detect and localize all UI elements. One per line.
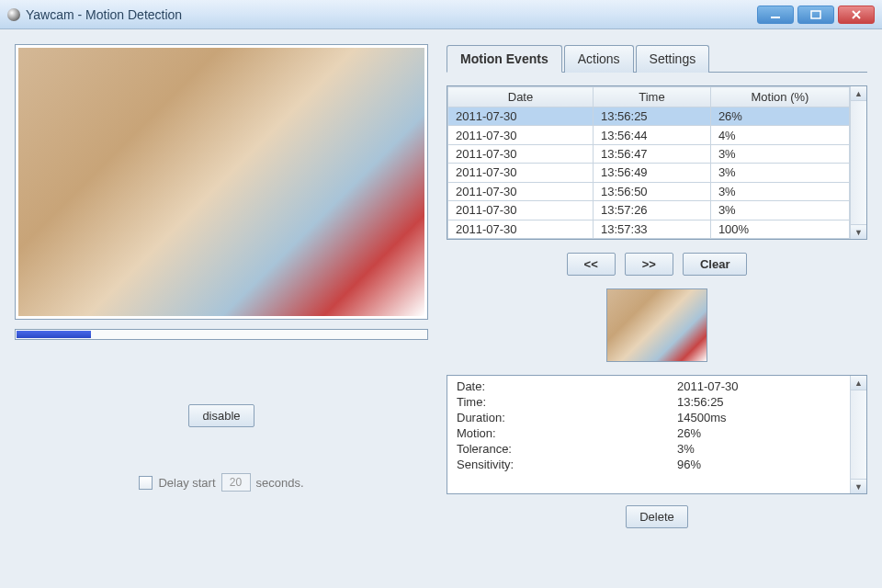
scroll-track[interactable] — [851, 101, 866, 224]
table-cell: 13:57:33 — [593, 220, 710, 238]
tab-settings[interactable]: Settings — [636, 45, 710, 73]
detail-label-tolerance: Tolerance: — [457, 442, 677, 456]
minimize-button[interactable] — [757, 6, 794, 24]
table-cell: 13:56:49 — [593, 164, 710, 182]
delay-start-row: Delay start seconds. — [139, 473, 303, 492]
table-cell: 3% — [710, 201, 849, 220]
detail-label-time: Time: — [457, 395, 677, 409]
table-scrollbar[interactable]: ▲ ▼ — [850, 86, 866, 239]
motion-progress-fill — [17, 331, 91, 338]
detail-value-date: 2011-07-30 — [677, 379, 739, 393]
table-row[interactable]: 2011-07-3013:56:2526% — [448, 107, 850, 126]
detail-label-motion: Motion: — [457, 426, 677, 440]
table-cell: 2011-07-30 — [448, 182, 594, 200]
table-cell: 2011-07-30 — [448, 164, 594, 182]
events-table-wrap: Date Time Motion (%) 2011-07-3013:56:252… — [447, 85, 867, 240]
table-cell: 3% — [710, 164, 849, 182]
table-cell: 13:56:25 — [593, 107, 710, 126]
window-title: Yawcam - Motion Detection — [26, 7, 757, 22]
detail-label-date: Date: — [457, 379, 677, 393]
events-table[interactable]: Date Time Motion (%) 2011-07-3013:56:252… — [447, 86, 850, 239]
close-button[interactable] — [838, 6, 875, 24]
event-thumbnail — [606, 288, 707, 362]
clear-button[interactable]: Clear — [683, 253, 748, 276]
details-panel: Date:2011-07-30 Time:13:56:25 Duration:1… — [447, 375, 867, 494]
table-row[interactable]: 2011-07-3013:56:473% — [448, 144, 850, 163]
disable-button[interactable]: disable — [188, 404, 254, 427]
table-row[interactable]: 2011-07-3013:57:33100% — [448, 220, 850, 238]
prev-button[interactable]: << — [567, 253, 616, 276]
col-header-date[interactable]: Date — [448, 87, 594, 107]
detail-value-motion: 26% — [677, 426, 701, 440]
table-cell: 13:57:26 — [593, 201, 710, 220]
details-scrollbar[interactable]: ▲ ▼ — [850, 376, 866, 493]
col-header-motion[interactable]: Motion (%) — [710, 87, 849, 107]
titlebar: Yawcam - Motion Detection — [0, 0, 882, 29]
motion-progress-bar — [15, 329, 428, 340]
scroll-down-icon[interactable]: ▼ — [851, 224, 866, 239]
tab-bar: Motion Events Actions Settings — [447, 44, 867, 73]
table-cell: 13:56:47 — [593, 144, 710, 163]
table-row[interactable]: 2011-07-3013:57:263% — [448, 201, 850, 220]
content-area: disable Delay start seconds. Motion Even… — [0, 29, 882, 588]
delay-prefix-label: Delay start — [158, 476, 215, 490]
table-row[interactable]: 2011-07-3013:56:444% — [448, 126, 850, 144]
table-cell: 100% — [710, 220, 849, 238]
table-cell: 13:56:44 — [593, 126, 710, 144]
maximize-button[interactable] — [797, 6, 834, 24]
table-row[interactable]: 2011-07-3013:56:493% — [448, 164, 850, 182]
detail-label-sensitivity: Sensitivity: — [457, 458, 677, 471]
next-button[interactable]: >> — [625, 253, 673, 276]
table-cell: 3% — [710, 182, 849, 200]
table-cell: 13:56:50 — [593, 182, 710, 200]
left-panel: disable Delay start seconds. — [15, 44, 428, 573]
scroll-down-icon[interactable]: ▼ — [851, 479, 866, 493]
table-cell: 2011-07-30 — [448, 144, 594, 163]
delay-seconds-input[interactable] — [221, 473, 251, 492]
detail-value-sensitivity: 96% — [677, 458, 701, 471]
col-header-time[interactable]: Time — [593, 87, 710, 107]
table-cell: 2011-07-30 — [448, 126, 594, 144]
table-cell: 26% — [710, 107, 849, 126]
delete-row: Delete — [447, 505, 867, 528]
right-panel: Motion Events Actions Settings Date Time… — [447, 44, 867, 573]
delay-suffix-label: seconds. — [256, 476, 304, 490]
delete-button[interactable]: Delete — [626, 505, 688, 528]
tab-motion-events[interactable]: Motion Events — [447, 45, 562, 73]
scroll-up-icon[interactable]: ▲ — [851, 376, 866, 390]
detail-value-tolerance: 3% — [677, 442, 695, 456]
table-cell: 3% — [710, 144, 849, 163]
detail-value-time: 13:56:25 — [677, 395, 724, 409]
table-cell: 2011-07-30 — [448, 201, 594, 220]
nav-row: << >> Clear — [447, 253, 867, 276]
thumbnail-row — [447, 288, 867, 362]
table-cell: 2011-07-30 — [448, 107, 594, 126]
table-cell: 2011-07-30 — [448, 220, 594, 238]
tab-actions[interactable]: Actions — [564, 45, 634, 73]
scroll-track[interactable] — [851, 390, 866, 479]
svg-rect-1 — [811, 11, 820, 18]
camera-preview-image — [18, 48, 424, 316]
svg-rect-0 — [771, 17, 780, 18]
scroll-up-icon[interactable]: ▲ — [851, 86, 866, 101]
app-icon — [7, 8, 20, 21]
detail-label-duration: Duration: — [457, 411, 677, 424]
table-row[interactable]: 2011-07-3013:56:503% — [448, 182, 850, 200]
camera-preview-frame — [15, 44, 428, 320]
table-cell: 4% — [710, 126, 849, 144]
detail-value-duration: 14500ms — [677, 411, 726, 424]
delay-start-checkbox[interactable] — [139, 476, 153, 490]
